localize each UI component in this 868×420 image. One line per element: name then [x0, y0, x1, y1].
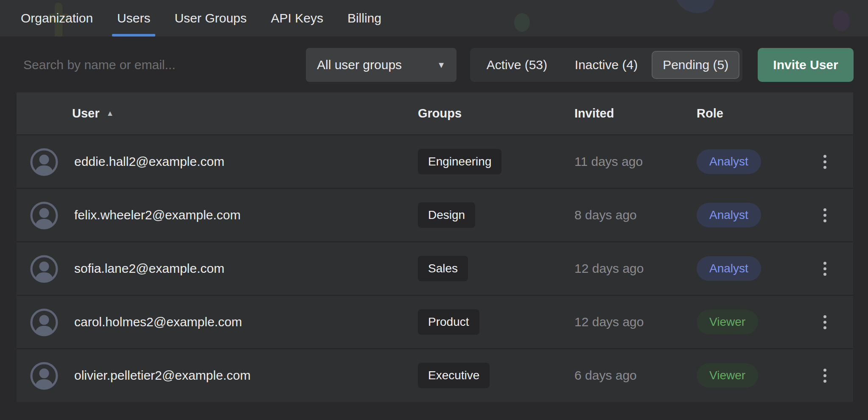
search-input[interactable] [23, 48, 286, 82]
role-badge: Analyst [697, 149, 761, 174]
tab-organization[interactable]: Organization [21, 0, 93, 36]
invited-time: 12 days ago [574, 261, 644, 276]
dropdown-selected-value: All user groups [317, 58, 402, 72]
toolbar: All user groups ▼ Active (53) Inactive (… [0, 36, 868, 92]
tab-users[interactable]: Users [117, 0, 150, 36]
tab-billing[interactable]: Billing [347, 0, 381, 36]
kebab-menu-button[interactable] [813, 135, 836, 188]
group-chip: Product [418, 309, 479, 335]
kebab-menu-button[interactable] [813, 296, 836, 348]
sort-ascending-icon: ▲ [106, 109, 114, 118]
group-chip: Executive [418, 363, 490, 388]
table-body: eddie.hall2@example.com Engineering 11 d… [17, 134, 853, 402]
group-chip: Engineering [418, 149, 501, 174]
kebab-menu-button[interactable] [813, 349, 836, 402]
invite-user-button[interactable]: Invite User [758, 48, 854, 82]
avatar-person-circle-icon [30, 201, 59, 230]
user-email: olivier.pelletier2@example.com [74, 368, 251, 383]
role-badge: Analyst [697, 203, 761, 227]
kebab-menu-button[interactable] [813, 242, 836, 295]
status-filter-group: Active (53) Inactive (4) Pending (5) [470, 48, 742, 82]
role-badge: Viewer [697, 363, 758, 388]
column-header-user-label: User [72, 106, 100, 120]
invited-time: 8 days ago [574, 208, 637, 222]
filter-active[interactable]: Active (53) [473, 51, 561, 79]
user-email: eddie.hall2@example.com [74, 154, 224, 169]
role-badge: Analyst [697, 256, 761, 281]
table-header-row: User ▲ Groups Invited Role [17, 92, 853, 134]
column-header-invited: Invited [574, 92, 614, 134]
avatar-person-circle-icon [30, 361, 59, 390]
dropdown-caret-icon: ▼ [437, 60, 445, 70]
column-header-user[interactable]: User ▲ [72, 92, 114, 134]
table-row: eddie.hall2@example.com Engineering 11 d… [17, 134, 853, 188]
user-email: carol.holmes2@example.com [74, 315, 242, 329]
filter-pending[interactable]: Pending (5) [652, 51, 739, 79]
column-header-role: Role [697, 92, 723, 134]
users-table: User ▲ Groups Invited Role eddie.hall2@e… [17, 92, 853, 402]
nav-tabs: Organization Users User Groups API Keys … [21, 0, 381, 36]
invited-time: 11 days ago [574, 154, 643, 169]
avatar-person-circle-icon [30, 255, 59, 283]
table-row: olivier.pelletier2@example.com Executive… [17, 348, 853, 402]
tab-user-groups[interactable]: User Groups [174, 0, 246, 36]
user-groups-dropdown[interactable]: All user groups ▼ [306, 48, 456, 82]
column-header-groups: Groups [418, 92, 462, 134]
decoration-blob-navy [672, 0, 718, 18]
user-email: sofia.lane2@example.com [74, 261, 224, 276]
user-email: felix.wheeler2@example.com [74, 208, 241, 222]
group-chip: Sales [418, 256, 468, 281]
avatar-person-circle-icon [30, 148, 59, 176]
decoration-blob-green [514, 13, 530, 32]
invited-time: 12 days ago [574, 315, 644, 329]
group-chip: Design [418, 202, 475, 228]
tab-api-keys[interactable]: API Keys [271, 0, 323, 36]
top-nav-bar: Organization Users User Groups API Keys … [0, 0, 868, 36]
filter-inactive[interactable]: Inactive (4) [563, 51, 650, 79]
table-row: sofia.lane2@example.com Sales 12 days ag… [17, 241, 853, 295]
role-badge: Viewer [697, 310, 758, 334]
invited-time: 6 days ago [574, 368, 637, 383]
table-row: felix.wheeler2@example.com Design 8 days… [17, 188, 853, 241]
decoration-blob-purple [833, 10, 850, 31]
avatar-person-circle-icon [30, 308, 59, 337]
kebab-menu-button[interactable] [813, 189, 836, 241]
table-row: carol.holmes2@example.com Product 12 day… [17, 295, 853, 348]
